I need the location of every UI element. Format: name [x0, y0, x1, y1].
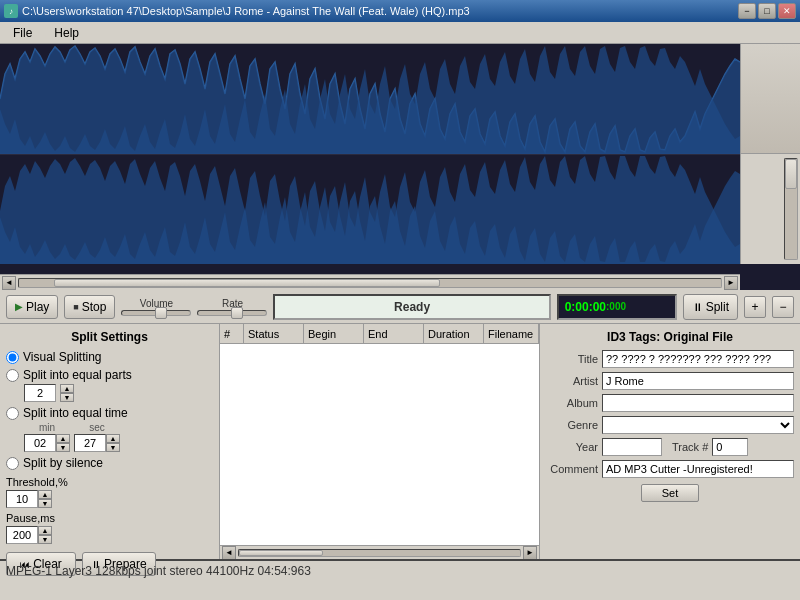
threshold-down[interactable]: ▼ — [38, 499, 52, 508]
play-button[interactable]: ▶ Play — [6, 295, 58, 319]
split-options: Visual Splitting Split into equal parts … — [6, 350, 213, 544]
horizontal-scrollbar-track[interactable] — [18, 278, 722, 288]
id3-album-input[interactable] — [602, 394, 794, 412]
waveform-display[interactable]: // We'll draw this via CSS/static SVG pa… — [0, 44, 740, 264]
min-spin: ▲ ▼ — [24, 434, 70, 452]
pause-down[interactable]: ▼ — [38, 535, 52, 544]
radio-equal-time[interactable]: Split into equal time — [6, 406, 213, 420]
threshold-spin: ▲ ▼ — [6, 490, 213, 508]
time-display: 0:00:00 :000 — [557, 294, 677, 320]
play-label: Play — [26, 300, 49, 314]
time-ms-value: :000 — [606, 301, 626, 312]
sec-up[interactable]: ▲ — [106, 434, 120, 443]
window-title: C:\Users\workstation 47\Desktop\Sample\J… — [22, 5, 470, 17]
rate-group: Rate — [197, 298, 267, 316]
id3-artist-row: Artist — [546, 372, 794, 390]
set-button[interactable]: Set — [641, 484, 700, 502]
min-label: min — [39, 422, 55, 433]
threshold-arrows: ▲ ▼ — [38, 490, 52, 508]
sec-spin: ▲ ▼ — [74, 434, 120, 452]
id3-genre-select[interactable]: Rock Hip-Hop Pop R&B — [602, 416, 794, 434]
id3-title-field-label: Title — [546, 353, 598, 365]
minus-button[interactable]: − — [772, 296, 794, 318]
radio-equal-time-row: Split into equal time min ▲ ▼ — [6, 406, 213, 452]
id3-comment-label: Comment — [546, 463, 598, 475]
id3-genre-row: Genre Rock Hip-Hop Pop R&B — [546, 416, 794, 434]
scroll-right-button[interactable]: ► — [724, 276, 738, 290]
segments-table-panel: # Status Begin End Duration Filename ◄ ► — [220, 324, 540, 559]
min-up[interactable]: ▲ — [56, 434, 70, 443]
col-header-status: Status — [244, 324, 304, 343]
title-bar-left: ♪ C:\Users\workstation 47\Desktop\Sample… — [4, 4, 470, 18]
sec-group: sec ▲ ▼ — [74, 422, 120, 452]
sec-down[interactable]: ▼ — [106, 443, 120, 452]
waveform-right-bottom — [741, 154, 800, 264]
table-scroll-right[interactable]: ► — [523, 546, 537, 560]
vertical-scrollbar-thumb[interactable] — [785, 159, 797, 189]
id3-year-input[interactable] — [602, 438, 662, 456]
id3-genre-label: Genre — [546, 419, 598, 431]
parts-down-button[interactable]: ▼ — [60, 393, 74, 402]
radio-equal-time-label: Split into equal time — [23, 406, 128, 420]
close-button[interactable]: ✕ — [778, 3, 796, 19]
table-scrollbar: ◄ ► — [220, 545, 539, 559]
status-display: Ready — [273, 294, 550, 320]
pause-input[interactable] — [6, 526, 38, 544]
id3-title-input[interactable] — [602, 350, 794, 368]
radio-equal-parts-label: Split into equal parts — [23, 368, 132, 382]
threshold-input[interactable] — [6, 490, 38, 508]
min-input[interactable] — [24, 434, 56, 452]
pause-up[interactable]: ▲ — [38, 526, 52, 535]
radio-equal-time-input[interactable] — [6, 407, 19, 420]
menu-bar: File Help — [0, 22, 800, 44]
id3-comment-row: Comment — [546, 460, 794, 478]
table-scrollbar-thumb[interactable] — [239, 550, 323, 556]
radio-silence-input[interactable] — [6, 457, 19, 470]
id3-comment-input[interactable] — [602, 460, 794, 478]
split-settings-title: Split Settings — [6, 330, 213, 344]
vertical-scrollbar[interactable] — [784, 158, 798, 260]
volume-thumb[interactable] — [155, 307, 167, 319]
stop-button[interactable]: ■ Stop — [64, 295, 115, 319]
col-header-filename: Filename — [484, 324, 539, 343]
id3-title-row: Title — [546, 350, 794, 368]
parts-value-input[interactable] — [24, 384, 56, 402]
min-down[interactable]: ▼ — [56, 443, 70, 452]
split-button[interactable]: ⏸ Split — [683, 294, 738, 320]
status-text: Ready — [394, 300, 430, 314]
restore-button[interactable]: □ — [758, 3, 776, 19]
sec-arrows: ▲ ▼ — [106, 434, 120, 452]
id3-album-row: Album — [546, 394, 794, 412]
horizontal-scrollbar-thumb[interactable] — [54, 279, 440, 287]
plus-button[interactable]: + — [744, 296, 766, 318]
scroll-left-button[interactable]: ◄ — [2, 276, 16, 290]
radio-visual-input[interactable] — [6, 351, 19, 364]
radio-equal-parts[interactable]: Split into equal parts — [6, 368, 213, 382]
pause-spin: ▲ ▼ — [6, 526, 213, 544]
table-header: # Status Begin End Duration Filename — [220, 324, 539, 344]
minimize-button[interactable]: − — [738, 3, 756, 19]
rate-thumb[interactable] — [231, 307, 243, 319]
app-icon: ♪ — [4, 4, 18, 18]
controls-row: ▶ Play ■ Stop Volume Rate Ready 0:00:00 … — [0, 290, 800, 324]
table-scrollbar-track[interactable] — [238, 549, 521, 557]
threshold-group: Threshold,% ▲ ▼ — [6, 476, 213, 508]
id3-year-track-row: Year Track # — [546, 438, 794, 456]
stop-label: Stop — [82, 300, 107, 314]
id3-title: ID3 Tags: Original File — [546, 330, 794, 344]
id3-album-label: Album — [546, 397, 598, 409]
pause-group: Pause,ms ▲ ▼ — [6, 512, 213, 544]
sec-input[interactable] — [74, 434, 106, 452]
id3-artist-input[interactable] — [602, 372, 794, 390]
radio-equal-parts-row: Split into equal parts ▲ ▼ — [6, 368, 213, 402]
id3-track-input[interactable] — [712, 438, 748, 456]
parts-up-button[interactable]: ▲ — [60, 384, 74, 393]
threshold-up[interactable]: ▲ — [38, 490, 52, 499]
radio-visual-splitting[interactable]: Visual Splitting — [6, 350, 213, 364]
menu-file[interactable]: File — [4, 23, 41, 43]
table-scroll-left[interactable]: ◄ — [222, 546, 236, 560]
radio-equal-parts-input[interactable] — [6, 369, 19, 382]
radio-by-silence[interactable]: Split by silence — [6, 456, 213, 470]
menu-help[interactable]: Help — [45, 23, 88, 43]
table-body[interactable] — [220, 344, 539, 545]
